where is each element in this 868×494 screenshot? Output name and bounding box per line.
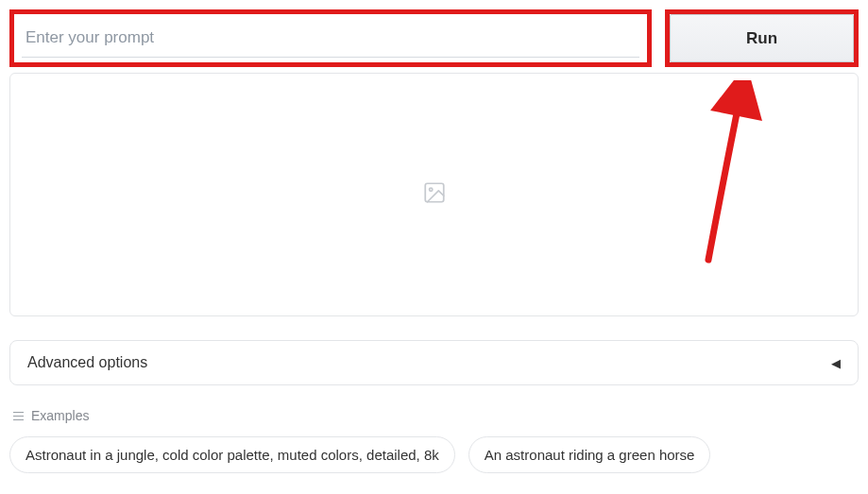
collapse-caret-icon: ◀	[831, 356, 841, 370]
examples-header: Examples	[9, 408, 859, 423]
run-button-highlight: Run	[665, 9, 859, 67]
advanced-options-label: Advanced options	[27, 354, 147, 371]
examples-header-label: Examples	[31, 408, 89, 423]
run-button[interactable]: Run	[670, 14, 854, 62]
example-chip[interactable]: An astronaut riding a green horse	[468, 436, 711, 473]
image-placeholder-icon	[422, 180, 447, 209]
prompt-input[interactable]	[22, 19, 639, 58]
prompt-input-highlight	[9, 9, 652, 67]
examples-row: Astronaut in a jungle, cold color palett…	[9, 436, 859, 473]
list-icon	[13, 412, 24, 420]
svg-point-1	[429, 188, 432, 191]
advanced-options-toggle[interactable]: Advanced options ◀	[9, 340, 859, 385]
top-row: Run	[9, 9, 859, 67]
example-chip[interactable]: Astronaut in a jungle, cold color palett…	[9, 436, 455, 473]
output-panel	[9, 73, 859, 316]
